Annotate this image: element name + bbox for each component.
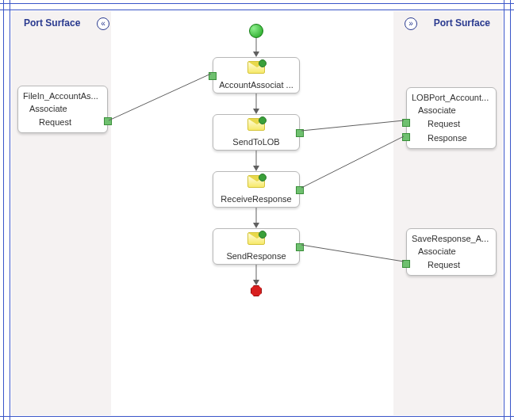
- port-filein-title: FileIn_AccountAs...: [18, 88, 107, 102]
- port-connector-icon[interactable]: [402, 119, 410, 127]
- ruler-right-1: [510, 0, 511, 420]
- shape-label: AccountAssociat ...: [219, 80, 293, 90]
- orchestration-designer-canvas[interactable]: Port Surface « Port Surface » FileIn_Acc…: [0, 0, 514, 420]
- shape-sendresponse[interactable]: SendResponse: [213, 228, 300, 265]
- svg-line-5: [109, 74, 211, 120]
- send-icon: [247, 232, 265, 245]
- ruler-bottom: [0, 416, 514, 417]
- shape-label: SendToLOB: [232, 137, 279, 147]
- right-port-surface-label: Port Surface: [434, 17, 490, 29]
- shape-connector-icon[interactable]: [209, 72, 217, 80]
- port-filein-request[interactable]: Request: [18, 115, 107, 129]
- port-connector-icon[interactable]: [402, 260, 410, 268]
- receive-icon: [247, 175, 265, 188]
- right-port-surface-bg: [393, 11, 503, 415]
- port-save-request[interactable]: Request: [407, 258, 496, 272]
- port-filein[interactable]: FileIn_AccountAs... Associate Request: [17, 86, 108, 133]
- end-shape[interactable]: [251, 285, 262, 296]
- ruler-top-1: [0, 3, 514, 4]
- left-port-surface-bg: [11, 11, 111, 415]
- port-filein-request-label: Request: [39, 117, 71, 127]
- port-filein-operation[interactable]: Associate: [18, 102, 107, 115]
- send-icon: [247, 118, 265, 131]
- port-save-operation[interactable]: Associate: [407, 245, 496, 258]
- start-shape[interactable]: [249, 24, 263, 38]
- svg-line-8: [301, 245, 404, 262]
- collapse-right-icon[interactable]: »: [405, 17, 417, 30]
- port-connector-icon[interactable]: [402, 133, 410, 141]
- ruler-left-2: [10, 0, 10, 420]
- port-connector-icon[interactable]: [104, 117, 112, 125]
- left-port-surface-label: Port Surface: [24, 17, 80, 29]
- shape-sendtolob[interactable]: SendToLOB: [213, 114, 300, 151]
- svg-line-6: [301, 120, 404, 131]
- shape-connector-icon[interactable]: [296, 186, 304, 194]
- port-saveresponse[interactable]: SaveResponse_A... Associate Request: [406, 228, 497, 276]
- receive-icon: [247, 61, 265, 74]
- port-lob-title: LOBPort_Account...: [407, 90, 496, 104]
- port-lob-request[interactable]: Request: [407, 116, 496, 131]
- shape-accountassociate[interactable]: AccountAssociat ...: [213, 57, 300, 94]
- port-save-request-label: Request: [428, 260, 460, 269]
- ruler-top-2: [0, 10, 514, 10]
- svg-line-7: [301, 136, 404, 188]
- port-save-title: SaveResponse_A...: [407, 231, 496, 245]
- shape-connector-icon[interactable]: [296, 243, 304, 251]
- ruler-left-1: [3, 0, 4, 420]
- shape-receiveresponse[interactable]: ReceiveResponse: [213, 171, 300, 208]
- port-lob-response-label: Response: [428, 133, 467, 143]
- collapse-left-icon[interactable]: «: [97, 17, 109, 30]
- port-lob-operation[interactable]: Associate: [407, 104, 496, 116]
- port-lob-response[interactable]: Response: [407, 131, 496, 145]
- shape-label: SendResponse: [226, 251, 286, 261]
- port-lob-request-label: Request: [428, 119, 460, 128]
- port-lob[interactable]: LOBPort_Account... Associate Request Res…: [406, 87, 497, 149]
- shape-connector-icon[interactable]: [296, 129, 304, 137]
- shape-label: ReceiveResponse: [221, 194, 291, 204]
- ruler-right-2: [504, 0, 504, 420]
